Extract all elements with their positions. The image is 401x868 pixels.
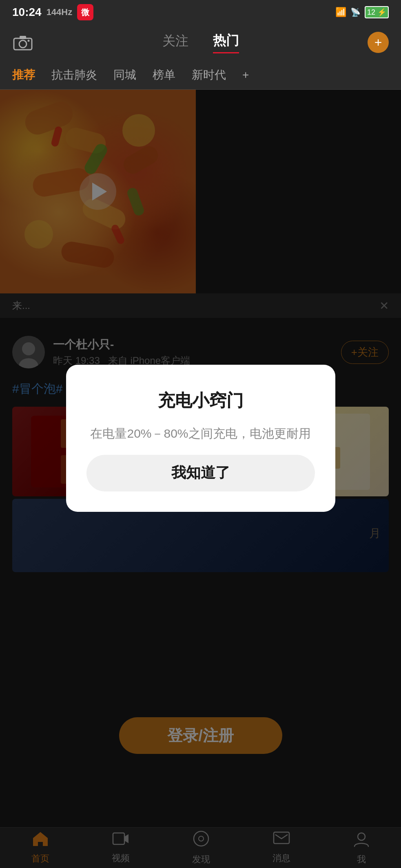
cat-recommend[interactable]: 推荐 xyxy=(12,67,35,83)
cat-newera[interactable]: 新时代 xyxy=(192,67,226,83)
dialog-subtitle: 在电量20%－80%之间充电，电池更耐用 xyxy=(90,424,310,443)
status-right: 📶 📡 12 ⚡ xyxy=(335,6,389,18)
cat-local[interactable]: 同城 xyxy=(113,67,136,83)
signal-icon: 📡 xyxy=(350,7,361,17)
tab-follow[interactable]: 关注 xyxy=(162,32,188,53)
dialog-title: 充电小窍门 xyxy=(158,389,244,412)
main-content: 来... ✕ 一个杜小只- 昨天 19:33 来自 iPhone客户端 xyxy=(0,90,401,868)
svg-rect-2 xyxy=(20,36,26,39)
refresh-rate: 144Hz xyxy=(47,7,73,18)
create-post-button[interactable]: + xyxy=(368,32,389,53)
status-bar: 10:24 144Hz 微 📶 📡 12 ⚡ xyxy=(0,0,401,24)
weibo-app-icon: 微 xyxy=(77,4,93,20)
status-left: 10:24 144Hz 微 xyxy=(12,4,93,20)
cat-add-button[interactable]: + xyxy=(242,68,249,82)
battery-indicator: 12 ⚡ xyxy=(365,6,389,18)
category-bar: 推荐 抗击肺炎 同城 榜单 新时代 + xyxy=(0,60,401,90)
wifi-icon: 📶 xyxy=(335,7,346,18)
svg-point-3 xyxy=(28,40,30,42)
camera-button[interactable] xyxy=(12,32,33,53)
tab-hot[interactable]: 热门 xyxy=(213,32,239,53)
dialog-overlay: 充电小窍门 在电量20%－80%之间充电，电池更耐用 我知道了 xyxy=(0,90,401,868)
camera-icon xyxy=(13,34,33,51)
nav-tabs: 关注 热门 xyxy=(162,32,239,53)
time: 10:24 xyxy=(12,6,42,19)
dialog-confirm-button[interactable]: 我知道了 xyxy=(86,455,315,491)
cat-ranking[interactable]: 榜单 xyxy=(153,67,175,83)
cat-pandemic[interactable]: 抗击肺炎 xyxy=(51,67,97,83)
nav-bar: 关注 热门 + xyxy=(0,24,401,60)
svg-point-1 xyxy=(19,40,27,48)
dialog: 充电小窍门 在电量20%－80%之间充电，电池更耐用 我知道了 xyxy=(66,365,335,512)
